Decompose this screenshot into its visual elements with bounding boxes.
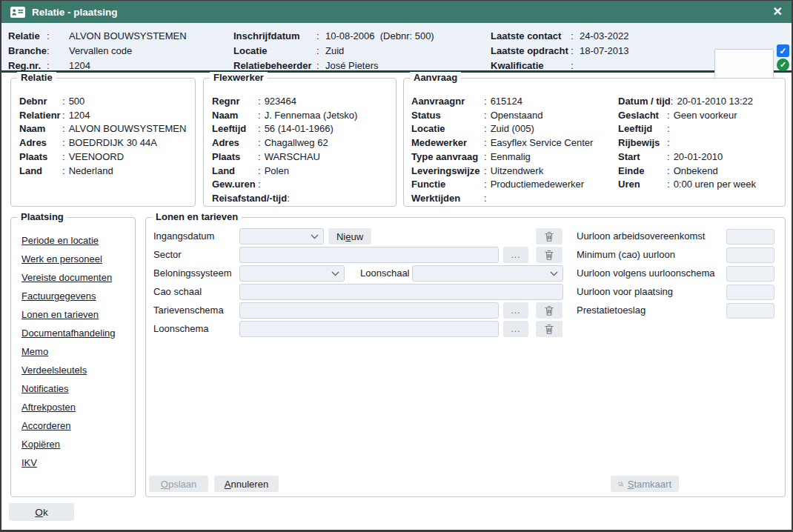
sidebar-link-vereiste-documenten[interactable]: Vereiste documenten	[21, 268, 115, 287]
delete-ingangsdatum-button[interactable]	[536, 228, 563, 245]
ingangsdatum-select[interactable]	[239, 228, 324, 245]
info-label: Relatienr	[19, 109, 62, 123]
header-value: José Pieters	[325, 60, 379, 71]
tarievenschema-lookup-button[interactable]: ...	[503, 302, 528, 319]
header-value: Zuid	[325, 45, 344, 56]
flag-checkbox[interactable]: ✓	[777, 44, 789, 57]
sidebar-link-werk-en-personeel[interactable]: Werk en personeel	[21, 250, 115, 268]
delete-sector-button[interactable]	[536, 247, 563, 263]
close-icon[interactable]: ✕	[773, 6, 783, 18]
info-row: Plaats:WARSCHAU	[212, 150, 393, 164]
plaatsing-links: Periode en locatie Werk en personeel Ver…	[21, 231, 115, 472]
cao-schaal-input[interactable]	[239, 284, 563, 300]
prestatietoeslag-input[interactable]	[726, 303, 774, 319]
uurloon-arbeidsovereenkomst-input[interactable]	[726, 229, 774, 245]
info-value: 0:00 uren per week	[674, 178, 756, 192]
info-row: Relatienr:1204	[19, 109, 192, 123]
info-label: Leeftijd	[618, 122, 667, 136]
beloningssysteem-select[interactable]	[239, 265, 345, 282]
uurloon-voor-plaatsing-input[interactable]	[726, 285, 774, 300]
tarievenschema-input[interactable]	[239, 302, 499, 319]
sidebar-link-kopieren[interactable]: Kopiëren	[21, 435, 115, 453]
delete-tarievenschema-button[interactable]	[536, 302, 563, 319]
colon: :	[484, 109, 487, 123]
minimum-cao-uurloon-input[interactable]	[726, 247, 774, 263]
aanvraag-panel: Aanvraag Aanvraagnr:615124 Status:Openst…	[403, 78, 786, 207]
sidebar-link-ikv[interactable]: IKV	[21, 453, 115, 472]
sidebar-link-documentafhandeling[interactable]: Documentafhandeling	[21, 324, 115, 342]
info-label: Werktijden	[411, 192, 484, 206]
loonschema-lookup-button[interactable]: ...	[503, 321, 528, 337]
sidebar-link-factuurgegevens[interactable]: Factuurgegevens	[21, 287, 115, 305]
nieuw-button[interactable]: Nieuw	[328, 228, 371, 245]
info-row: Leveringswijze:Uitzendwerk	[411, 164, 593, 179]
sidebar-link-verdeelsleutels[interactable]: Verdeelsleutels	[21, 361, 115, 379]
colon: :	[571, 45, 577, 56]
colon: :	[484, 178, 487, 192]
ok-button[interactable]: Ok	[9, 503, 74, 521]
header-value: 1204	[69, 60, 90, 71]
colon: :	[667, 178, 670, 192]
info-label: Naam	[19, 122, 62, 136]
header-row: Laatste contact:24-03-2022	[491, 28, 629, 43]
colon: :	[62, 95, 65, 109]
stamkaart-magnifier-icon	[618, 479, 624, 490]
ingangsdatum-label: Ingangsdatum	[153, 228, 214, 245]
header-row: Reg.nr.:1204	[8, 58, 187, 73]
sidebar-link-aftrekposten[interactable]: Aftrekposten	[21, 398, 115, 416]
info-row: Leeftijd:56 (14-01-1966)	[212, 122, 393, 136]
uurloon-volgens-uurloonschema-label: Uurloon volgens uurloonschema	[577, 265, 714, 282]
annuleren-button[interactable]: Annuleren	[214, 476, 279, 492]
header-value: Vervallen code	[69, 45, 132, 56]
opslaan-button[interactable]: Opslaan	[149, 476, 208, 492]
header-row: Laatste opdracht:18-07-2013	[491, 43, 629, 58]
stamkaart-button[interactable]: Stamkaart	[611, 476, 679, 492]
info-label: Adres	[212, 136, 258, 150]
info-label: Rijbewijs	[618, 136, 667, 150]
trash-icon	[544, 305, 554, 316]
colon: :	[258, 164, 261, 179]
colon: :	[484, 192, 487, 206]
chevron-down-icon	[311, 234, 319, 239]
sidebar-link-memo[interactable]: Memo	[21, 342, 115, 361]
info-value: 1204	[69, 109, 90, 123]
colon: :	[62, 136, 65, 150]
info-label: Functie	[411, 178, 484, 192]
info-label: Datum / tijd	[618, 95, 671, 109]
sidebar-link-notificaties[interactable]: Notificaties	[21, 379, 115, 398]
contact-card-icon	[10, 7, 25, 18]
colon: :	[667, 136, 670, 150]
uurloon-volgens-uurloonschema-input[interactable]	[726, 266, 774, 282]
header-value: 18-07-2013	[580, 45, 629, 56]
info-label: Medewerker	[411, 136, 484, 150]
sector-input[interactable]	[239, 247, 499, 263]
colon: :	[484, 136, 487, 150]
info-label: Land	[19, 164, 62, 179]
info-row: Gew.uren:	[212, 178, 393, 192]
sidebar-link-lonen-en-tarieven[interactable]: Lonen en tarieven	[21, 305, 115, 324]
colon: :	[316, 60, 322, 71]
info-value: Zuid (005)	[491, 122, 534, 136]
info-value: Eenmalig	[491, 150, 531, 164]
info-value: ALVON BOUWSYSTEMEN	[69, 122, 187, 136]
info-row: Einde:Onbekend	[618, 164, 756, 179]
info-label: Debnr	[19, 95, 62, 109]
info-row: Medewerker:Easyflex Service Center	[411, 136, 593, 150]
sidebar-link-periode-en-locatie[interactable]: Periode en locatie	[21, 231, 115, 250]
info-value: BOEDRDIJK 30 44A	[69, 136, 157, 150]
delete-loonschema-button[interactable]	[536, 321, 563, 337]
info-value: Chagallweg 62	[265, 136, 328, 150]
info-row: Adres:Chagallweg 62	[212, 136, 393, 150]
colon: :	[258, 95, 261, 109]
tarievenschema-label: Tarievenschema	[153, 302, 224, 319]
loonschaal-label: Loonschaal	[360, 265, 410, 282]
header-row: Relatiebeheerder:José Pieters	[233, 58, 434, 73]
sidebar-link-accorderen[interactable]: Accorderen	[21, 416, 115, 435]
loonschaal-select[interactable]	[412, 265, 563, 282]
sector-lookup-button[interactable]: ...	[503, 247, 528, 263]
loonschema-input[interactable]	[239, 321, 499, 337]
plaatsing-panel: Plaatsing Periode en locatie Werk en per…	[10, 217, 136, 497]
info-label: Geslacht	[618, 109, 667, 123]
info-row: Land:Nederland	[19, 164, 192, 179]
colon: :	[671, 95, 674, 109]
